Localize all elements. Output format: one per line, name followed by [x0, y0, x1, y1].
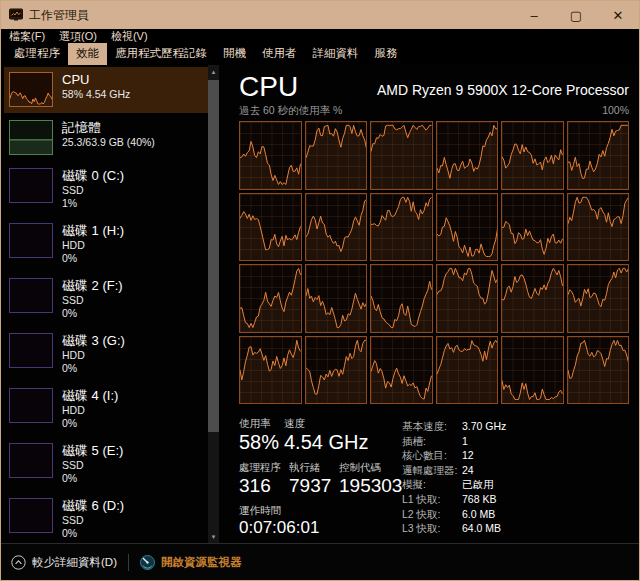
cpu-core-graph-15 — [436, 264, 499, 333]
utilization-label: 使用率 — [239, 417, 284, 430]
tab-bar: 處理程序效能應用程式歷程記錄開機使用者詳細資料服務 — [1, 43, 639, 65]
cpu-thumbnail-graph — [9, 72, 53, 107]
footer-divider — [128, 554, 129, 571]
sidebar-item-detail: SSD — [62, 514, 124, 527]
processes-label: 處理程序 — [239, 461, 289, 474]
sidebar-item-title: 磁碟 6 (D:) — [62, 498, 124, 514]
sidebar-item-disk-0[interactable]: 磁碟 0 (C:)SSD1% — [4, 163, 208, 216]
cpu-core-graph-7 — [305, 193, 368, 262]
detail-label: 核心數目: — [402, 448, 462, 463]
cpu-core-graph-10 — [501, 193, 564, 262]
sidebar-item-detail: 0% — [62, 417, 118, 430]
cpu-details: 基本速度:3.70 GHz插槽:1核心數目:12邏輯處理器:24模擬:已啟用L1… — [402, 419, 506, 536]
footer-bar: 較少詳細資料(D) 開啟資源監視器 — [1, 543, 639, 580]
sidebar-item-title: 記憶體 — [62, 120, 155, 136]
sidebar-item-detail: SSD — [62, 184, 124, 197]
menu-bar: 檔案(F)選項(O)檢視(V) — [1, 29, 639, 43]
detail-label: 模擬: — [402, 477, 462, 492]
sidebar-item-cpu[interactable]: CPU58% 4.54 GHz — [4, 67, 208, 113]
sidebar-item-disk-5[interactable]: 磁碟 5 (E:)SSD0% — [4, 438, 208, 491]
sidebar-scrollbar[interactable]: ▲ ▼ — [208, 65, 219, 543]
sidebar-item-detail: 0% — [62, 527, 124, 540]
graph-caption-left: 過去 60 秒的使用率 % — [239, 104, 342, 118]
sidebar-item-title: CPU — [62, 72, 130, 88]
cpu-core-graph-12 — [239, 264, 302, 333]
sidebar-item-disk-6[interactable]: 磁碟 6 (D:)SSD0% — [4, 493, 208, 543]
sidebar-item-detail: HDD — [62, 349, 125, 362]
resource-monitor-icon — [140, 555, 155, 570]
disk-1-thumbnail-graph — [9, 223, 53, 258]
detail-row: 邏輯處理器:24 — [402, 463, 506, 478]
scrollbar-thumb[interactable] — [208, 80, 219, 432]
disk-5-thumbnail-graph — [9, 443, 53, 478]
cpu-core-graph-16 — [501, 264, 564, 333]
disk-0-thumbnail-graph — [9, 168, 53, 203]
task-manager-window: 工作管理員 – ▢ ✕ 檔案(F)選項(O)檢視(V) 處理程序效能應用程式歷程… — [0, 0, 640, 581]
cpu-core-graph-21 — [436, 336, 499, 405]
close-button[interactable]: ✕ — [597, 1, 639, 29]
processor-name: AMD Ryzen 9 5900X 12-Core Processor — [377, 82, 629, 103]
detail-row: L1 快取:768 KB — [402, 492, 506, 507]
cpu-stats: 使用率 58% 速度 4.54 GHz 處理程序 316 — [239, 417, 629, 543]
disk-4-thumbnail-graph — [9, 388, 53, 423]
menu-options[interactable]: 選項(O) — [59, 29, 97, 43]
sidebar-item-disk-2[interactable]: 磁碟 2 (F:)SSD0% — [4, 273, 208, 326]
detail-row: 基本速度:3.70 GHz — [402, 419, 506, 434]
sidebar-item-memory[interactable]: 記憶體25.3/63.9 GB (40%) — [4, 115, 208, 161]
uptime-label: 運作時間 — [239, 504, 402, 517]
cpu-core-graph-14 — [370, 264, 433, 333]
tab-processes[interactable]: 處理程序 — [6, 43, 68, 65]
sidebar-item-disk-4[interactable]: 磁碟 4 (I:)HDD0% — [4, 383, 208, 436]
sidebar-item-detail: 25.3/63.9 GB (40%) — [62, 136, 155, 149]
detail-value: 12 — [462, 448, 474, 463]
cpu-core-graph-3 — [436, 121, 499, 190]
fewer-details-button[interactable]: 較少詳細資料(D) — [11, 555, 117, 570]
tab-services[interactable]: 服務 — [367, 43, 406, 65]
cpu-core-graph-19 — [305, 336, 368, 405]
detail-value: 64.0 MB — [462, 521, 501, 536]
detail-value: 6.0 MB — [462, 507, 495, 522]
sidebar-item-detail: 1% — [62, 197, 124, 210]
sidebar-item-disk-1[interactable]: 磁碟 1 (H:)HDD0% — [4, 218, 208, 271]
disk-6-thumbnail-graph — [9, 498, 53, 533]
cpu-core-graph-17 — [567, 264, 630, 333]
sidebar-item-detail: 0% — [62, 307, 123, 320]
scroll-down-icon[interactable]: ▼ — [208, 530, 219, 543]
open-resource-monitor-link[interactable]: 開啟資源監視器 — [140, 555, 242, 570]
maximize-button[interactable]: ▢ — [555, 1, 597, 29]
cpu-core-graph-11 — [567, 193, 630, 262]
detail-value: 已啟用 — [462, 477, 494, 492]
cpu-core-graph-2 — [370, 121, 433, 190]
detail-label: 基本速度: — [402, 419, 462, 434]
disk-2-thumbnail-graph — [9, 278, 53, 313]
tab-performance[interactable]: 效能 — [68, 43, 107, 65]
sidebar-item-detail: SSD — [62, 459, 123, 472]
menu-view[interactable]: 檢視(V) — [111, 29, 148, 43]
sidebar-item-disk-3[interactable]: 磁碟 3 (G:)HDD0% — [4, 328, 208, 381]
sidebar-item-title: 磁碟 3 (G:) — [62, 333, 125, 349]
cpu-core-graph-8 — [370, 193, 433, 262]
sidebar-item-detail: 0% — [62, 472, 123, 485]
tab-users[interactable]: 使用者 — [254, 43, 305, 65]
cpu-core-graph-9 — [436, 193, 499, 262]
sidebar-item-detail: HDD — [62, 404, 118, 417]
tab-app-history[interactable]: 應用程式歷程記錄 — [107, 43, 215, 65]
detail-value: 1 — [462, 434, 468, 449]
handles-label: 控制代碼 — [339, 461, 402, 474]
detail-value: 3.70 GHz — [462, 419, 506, 434]
detail-row: L2 快取:6.0 MB — [402, 507, 506, 522]
handles-value: 195303 — [339, 474, 402, 497]
scroll-up-icon[interactable]: ▲ — [208, 65, 219, 78]
detail-value: 768 KB — [462, 492, 496, 507]
tab-startup[interactable]: 開機 — [215, 43, 254, 65]
tab-details[interactable]: 詳細資料 — [305, 43, 367, 65]
main-area: CPU58% 4.54 GHz記憶體25.3/63.9 GB (40%)磁碟 0… — [1, 65, 639, 543]
detail-label: L3 快取: — [402, 521, 462, 536]
cpu-core-graph-5 — [567, 121, 630, 190]
uptime-value: 0:07:06:01 — [239, 517, 402, 538]
minimize-button[interactable]: – — [513, 1, 555, 29]
menu-file[interactable]: 檔案(F) — [9, 29, 45, 43]
sidebar-item-detail: 58% 4.54 GHz — [62, 88, 130, 101]
disk-3-thumbnail-graph — [9, 333, 53, 368]
threads-label: 執行緒 — [289, 461, 339, 474]
